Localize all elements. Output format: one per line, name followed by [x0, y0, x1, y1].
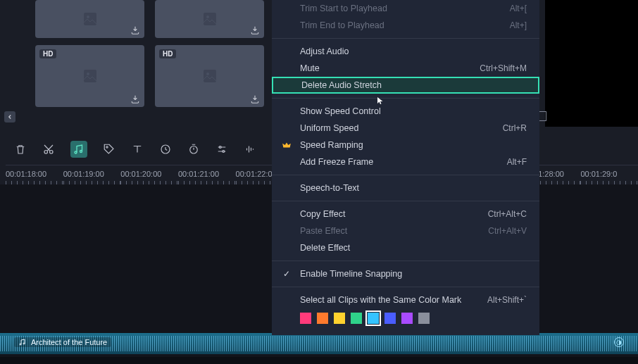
history-tool-icon[interactable]: [159, 143, 172, 156]
image-icon: [82, 68, 99, 84]
ruler-tick: 00:01:18:00: [6, 165, 63, 184]
media-thumb[interactable]: [155, 0, 264, 38]
menu-item-shortcut: Alt+F: [507, 157, 527, 167]
menu-item-trim-end-to-playhead: Trim End to PlayheadAlt+]: [272, 17, 539, 34]
crown-icon: [282, 140, 292, 150]
menu-item-show-speed-control[interactable]: Show Speed Control: [272, 103, 539, 120]
menu-item-shortcut: Ctrl+Alt+V: [488, 226, 527, 236]
eq-tool-icon[interactable]: [244, 143, 256, 156]
svg-point-8: [44, 151, 48, 154]
menu-separator: [272, 261, 539, 261]
menu-item-delete-audio-stretch[interactable]: Delete Audio Stretch: [272, 77, 539, 94]
clip-marker-icon[interactable]: ◑: [614, 337, 624, 347]
ruler-tick: 00:01:20:00: [120, 165, 178, 184]
color-swatch[interactable]: [401, 313, 413, 324]
menu-item-label: Mute: [300, 63, 320, 73]
svg-point-7: [206, 73, 209, 75]
svg-point-5: [87, 73, 89, 75]
music-icon: [18, 338, 27, 346]
menu-item-trim-start-to-playhead: Trim Start to PlayheadAlt+[: [272, 0, 539, 17]
menu-item-label: Show Speed Control: [300, 106, 381, 116]
menu-item-label: Add Freeze Frame: [300, 157, 373, 167]
text-tool-icon[interactable]: [131, 143, 144, 156]
ruler-tick: 00:01:21:00: [178, 165, 236, 184]
menu-item-paste-effect: Paste EffectCtrl+Alt+V: [272, 222, 539, 239]
menu-item-uniform-speed[interactable]: Uniform SpeedCtrl+R: [272, 120, 539, 137]
menu-separator: [272, 287, 539, 287]
menu-item-label: Trim Start to Playhead: [300, 4, 387, 13]
color-swatch[interactable]: [351, 313, 362, 324]
svg-point-18: [23, 343, 25, 344]
image-icon: [82, 11, 99, 27]
menu-item-speech-to-text[interactable]: Speech-to-Text: [272, 180, 539, 196]
color-swatch[interactable]: [368, 313, 379, 324]
color-swatch-row: [272, 308, 539, 331]
menu-item-select-all-clips-with-the-same-color-mark[interactable]: Select all Clips with the Same Color Mar…: [272, 291, 539, 308]
color-swatch[interactable]: [418, 313, 430, 324]
menu-separator: [272, 38, 539, 39]
media-thumb[interactable]: [35, 0, 144, 38]
menu-item-label: Speed Ramping: [300, 140, 363, 150]
menu-item-label: Paste Effect: [300, 226, 347, 236]
menu-item-shortcut: Alt+Shift+`: [487, 295, 527, 305]
download-icon[interactable]: [130, 94, 140, 104]
image-icon: [201, 11, 218, 27]
svg-point-3: [206, 15, 209, 18]
video-preview: [545, 0, 638, 127]
menu-item-speed-ramping[interactable]: Speed Ramping: [272, 137, 539, 153]
ruler-tick: 00:01:29:0: [580, 165, 638, 184]
color-swatch[interactable]: [317, 313, 328, 324]
image-icon: [201, 68, 218, 84]
svg-point-10: [75, 151, 77, 153]
menu-item-label: Delete Effect: [300, 243, 350, 253]
menu-item-adjust-audio[interactable]: Adjust Audio: [272, 43, 539, 60]
menu-item-shortcut: Ctrl+R: [503, 123, 527, 133]
color-swatch[interactable]: [334, 313, 345, 324]
menu-item-label: Uniform Speed: [300, 123, 358, 133]
color-swatch[interactable]: [300, 313, 311, 324]
menu-item-enable-timeline-snapping[interactable]: Enable Timeline Snapping: [272, 265, 539, 282]
audio-clip-label: Architect of the Future: [14, 337, 111, 347]
context-menu: Trim Start to PlayheadAlt+[Trim End to P…: [272, 0, 539, 335]
svg-point-1: [87, 15, 89, 18]
menu-item-label: Copy Effect: [300, 209, 345, 219]
svg-rect-2: [204, 13, 216, 25]
svg-rect-6: [204, 70, 216, 82]
cut-tool-icon[interactable]: [42, 143, 55, 156]
media-thumb[interactable]: HD: [35, 45, 144, 107]
tag-tool-icon[interactable]: [103, 143, 115, 156]
menu-item-shortcut: Alt+]: [510, 20, 527, 30]
download-icon[interactable]: [250, 94, 260, 104]
svg-point-12: [106, 146, 108, 148]
hd-badge: HD: [159, 49, 176, 58]
menu-item-add-freeze-frame[interactable]: Add Freeze FrameAlt+F: [272, 153, 539, 170]
menu-item-mute[interactable]: MuteCtrl+Shift+M: [272, 60, 539, 77]
ruler-tick: 00:01:19:00: [63, 165, 121, 184]
menu-item-label: Select all Clips with the Same Color Mar…: [300, 295, 461, 305]
sliders-tool-icon[interactable]: [215, 143, 228, 156]
menu-item-label: Delete Audio Stretch: [301, 80, 382, 90]
menu-item-label: Adjust Audio: [300, 46, 349, 56]
menu-item-label: Trim End to Playhead: [300, 20, 384, 30]
menu-item-label: Enable Timeline Snapping: [300, 269, 402, 279]
menu-item-delete-effect[interactable]: Delete Effect: [272, 239, 539, 256]
menu-separator: [272, 98, 539, 99]
media-thumb[interactable]: HD: [155, 45, 264, 107]
menu-separator: [272, 175, 539, 175]
hd-badge: HD: [39, 49, 56, 58]
download-icon[interactable]: [250, 25, 260, 35]
menu-separator: [272, 201, 539, 201]
media-library: HD HD: [35, 0, 268, 127]
svg-point-17: [20, 344, 21, 345]
timeline-scrollbar[interactable]: [0, 357, 638, 364]
audio-stretch-tool-icon[interactable]: [70, 141, 87, 158]
color-swatch[interactable]: [384, 313, 396, 324]
delete-tool-icon[interactable]: [14, 143, 27, 156]
menu-item-copy-effect[interactable]: Copy EffectCtrl+Alt+C: [272, 206, 539, 222]
timer-tool-icon[interactable]: [187, 143, 200, 156]
download-icon[interactable]: [130, 25, 140, 35]
collapse-sidebar-button[interactable]: [4, 111, 15, 123]
menu-item-shortcut: Ctrl+Shift+M: [480, 63, 527, 73]
svg-rect-4: [84, 70, 96, 82]
audio-clip[interactable]: Architect of the Future ◑: [0, 333, 638, 354]
